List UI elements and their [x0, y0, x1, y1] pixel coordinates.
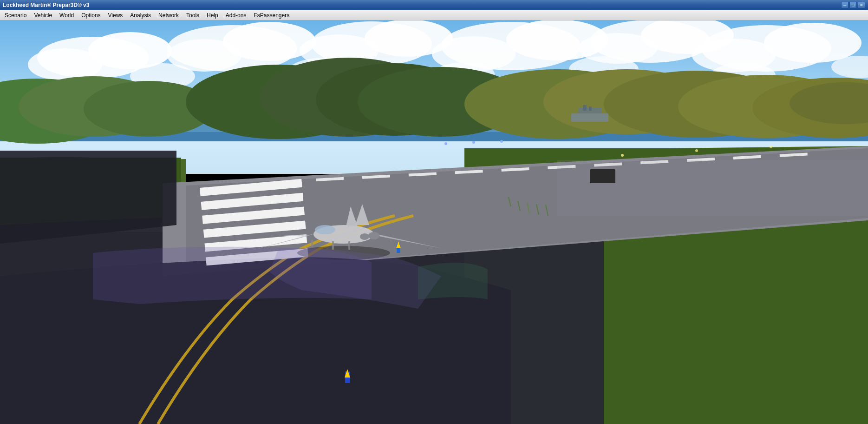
window-controls[interactable]: ─ □ ✕	[841, 2, 865, 8]
svg-point-80	[621, 154, 624, 157]
close-button[interactable]: ✕	[858, 2, 865, 8]
svg-point-81	[695, 149, 698, 152]
svg-rect-40	[571, 113, 608, 122]
menu-scenario[interactable]: Scenario	[1, 10, 30, 20]
scene-svg	[0, 20, 868, 424]
svg-rect-42	[583, 105, 587, 111]
minimize-button[interactable]: ─	[841, 2, 848, 8]
title-bar: Lockheed Martin® Prepar3D® v3 ─ □ ✕	[0, 0, 868, 10]
svg-point-70	[368, 232, 379, 239]
maximize-button[interactable]: □	[849, 2, 857, 8]
menu-fspassengers[interactable]: FsPassengers	[250, 10, 293, 20]
svg-rect-43	[589, 106, 592, 111]
window-title: Lockheed Martin® Prepar3D® v3	[3, 2, 89, 8]
svg-rect-66	[557, 160, 868, 216]
svg-point-64	[472, 141, 475, 144]
svg-rect-79	[590, 169, 615, 183]
menu-world[interactable]: World	[56, 10, 78, 20]
svg-point-71	[360, 233, 369, 240]
svg-rect-74	[311, 240, 313, 247]
menu-addons[interactable]: Add-ons	[222, 10, 250, 20]
menu-views[interactable]: Views	[104, 10, 127, 20]
menu-bar: Scenario Vehicle World Options Views Ana…	[0, 10, 868, 20]
svg-rect-73	[348, 241, 350, 250]
svg-point-63	[444, 142, 447, 145]
menu-help[interactable]: Help	[203, 10, 222, 20]
menu-tools[interactable]: Tools	[183, 10, 203, 20]
menu-network[interactable]: Network	[155, 10, 183, 20]
svg-point-68	[315, 225, 335, 234]
simulation-viewport: China Fli...	[0, 20, 868, 424]
svg-rect-72	[332, 241, 334, 250]
svg-point-82	[770, 146, 772, 148]
menu-options[interactable]: Options	[78, 10, 104, 20]
menu-vehicle[interactable]: Vehicle	[30, 10, 56, 20]
svg-point-65	[500, 140, 503, 143]
menu-analysis[interactable]: Analysis	[126, 10, 155, 20]
